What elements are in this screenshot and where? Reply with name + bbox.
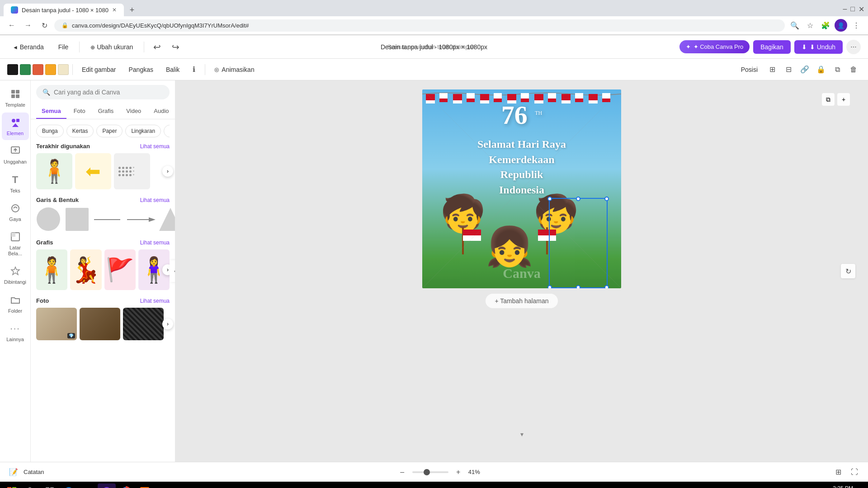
- grafis-item-3[interactable]: 🚩: [104, 249, 136, 290]
- add-element-button[interactable]: +: [837, 93, 850, 106]
- new-tab-button[interactable]: +: [126, 4, 138, 16]
- color-swatch-cream[interactable]: [58, 64, 69, 75]
- beranda-nav[interactable]: ◄ Beranda: [7, 41, 49, 53]
- design-canvas[interactable]: 76 TH Selamat Hari Raya Kemerdekaan Repu…: [422, 89, 621, 288]
- address-bar[interactable]: 🔒 canva.com/design/DAEyUEsKycQ/qbUOfynIg…: [54, 19, 785, 32]
- animasikan-button[interactable]: ◎ Animasikan: [209, 63, 259, 76]
- shape-square[interactable]: [65, 207, 90, 232]
- ubah-ukuran-nav[interactable]: ⊕ Ubah ukuran: [85, 41, 138, 53]
- chip-kertas[interactable]: Kertas: [66, 125, 94, 137]
- sidebar-item-teks[interactable]: T Teks: [2, 170, 29, 197]
- color-swatch-yellow[interactable]: [45, 64, 56, 75]
- minimize-button[interactable]: –: [843, 5, 847, 14]
- shape-circle[interactable]: [36, 207, 61, 232]
- taskbar-time[interactable]: 3:25 PM 12/12/2021: [826, 485, 853, 488]
- search-box[interactable]: 🔍: [36, 85, 170, 99]
- taskbar-chrome-icon[interactable]: [117, 483, 135, 488]
- balik-button[interactable]: Balik: [160, 63, 185, 76]
- recent-item-3[interactable]: [114, 153, 150, 189]
- align-button[interactable]: ⊞: [765, 62, 779, 77]
- sidebar-item-dibintangi[interactable]: Dibintangi: [2, 261, 29, 289]
- add-page-button[interactable]: + Tambah halaman: [486, 294, 557, 308]
- tab-semua[interactable]: Semua: [36, 104, 66, 119]
- sidebar-item-folder[interactable]: Folder: [2, 290, 29, 318]
- file-nav[interactable]: File: [53, 41, 74, 53]
- unduh-button[interactable]: ⬇ ⬇ Unduh: [794, 40, 843, 54]
- panel-collapse-button[interactable]: ‹: [170, 260, 175, 282]
- undo-button[interactable]: ↩: [150, 40, 165, 54]
- grid-button[interactable]: ⊟: [781, 62, 796, 77]
- search-nav-icon[interactable]: 🔍: [788, 19, 801, 32]
- chip-lingkaran[interactable]: Lingkaran: [125, 125, 161, 137]
- sidebar-item-latar[interactable]: Latar Bela...: [2, 227, 29, 260]
- bagikan-button[interactable]: Bagikan: [753, 40, 791, 54]
- delete-button[interactable]: 🗑: [846, 62, 861, 77]
- sidebar-item-unggahan[interactable]: Unggahan: [2, 141, 29, 169]
- taskbar-search-icon[interactable]: [22, 483, 40, 488]
- recent-item-1[interactable]: 🧍: [36, 153, 72, 189]
- sidebar-item-elemen[interactable]: Elemen: [2, 113, 29, 140]
- sidebar-item-template[interactable]: Template: [2, 84, 29, 112]
- tab-audio[interactable]: Audio: [148, 104, 174, 119]
- recent-item-2[interactable]: ⬅: [75, 153, 111, 189]
- notes-icon[interactable]: 📝: [7, 466, 20, 479]
- extensions-icon[interactable]: 🧩: [819, 19, 832, 32]
- taskbar-widgets-icon[interactable]: [41, 483, 59, 488]
- zoom-percentage[interactable]: 41%: [468, 469, 480, 475]
- browser-menu-icon[interactable]: ⋮: [850, 19, 863, 32]
- zoom-slider[interactable]: [412, 471, 448, 473]
- info-button[interactable]: ℹ: [187, 62, 201, 77]
- grafis-link[interactable]: Lihat semua: [140, 239, 170, 246]
- taskbar-canva-icon[interactable]: C: [98, 483, 116, 488]
- edit-gambar-button[interactable]: Edit gambar: [76, 63, 121, 76]
- more-options-button[interactable]: ···: [846, 40, 861, 54]
- posisi-button[interactable]: Posisi: [736, 63, 763, 76]
- lock-button[interactable]: 🔒: [814, 62, 828, 77]
- color-swatch-orange[interactable]: [33, 64, 43, 75]
- foto-item-2[interactable]: [80, 308, 120, 340]
- link-button[interactable]: 🔗: [797, 62, 812, 77]
- foto-item-3[interactable]: [123, 308, 164, 340]
- color-swatch-black[interactable]: [7, 64, 18, 75]
- taskbar-files-icon[interactable]: [79, 483, 97, 488]
- fullscreen-button[interactable]: ⛶: [848, 466, 861, 479]
- foto-next-button[interactable]: ›: [162, 319, 173, 329]
- recently-used-link[interactable]: Lihat semua: [140, 143, 170, 150]
- forward-button[interactable]: →: [22, 19, 34, 32]
- catatan-label[interactable]: Catatan: [24, 469, 44, 475]
- sidebar-item-gaya[interactable]: Gaya: [2, 198, 29, 226]
- maximize-button[interactable]: □: [850, 5, 855, 14]
- bookmark-icon[interactable]: ☆: [804, 19, 816, 32]
- profile-icon[interactable]: 👤: [835, 19, 847, 32]
- foto-item-1[interactable]: 💎: [36, 308, 77, 340]
- chip-paper[interactable]: Paper: [96, 125, 123, 137]
- close-button[interactable]: ✕: [859, 5, 864, 14]
- tab-foto[interactable]: Foto: [68, 104, 91, 119]
- coba-pro-button[interactable]: ✦ ✦ Coba Canva Pro: [679, 40, 750, 53]
- taskbar-paint-icon[interactable]: 🎨: [136, 483, 154, 488]
- color-swatch-green[interactable]: [20, 64, 31, 75]
- copy-page-button[interactable]: ⧉: [822, 93, 835, 106]
- active-tab[interactable]: Desain tanpa judul - 1080 × 1080 ✕: [4, 4, 124, 16]
- shapes-link[interactable]: Lihat semua: [140, 197, 170, 203]
- start-button[interactable]: [4, 483, 20, 488]
- pangkas-button[interactable]: Pangkas: [123, 63, 158, 76]
- zoom-out-button[interactable]: –: [396, 466, 409, 479]
- foto-link[interactable]: Lihat semua: [140, 298, 170, 304]
- tab-grafis[interactable]: Grafis: [93, 104, 119, 119]
- copy-button[interactable]: ⧉: [830, 62, 844, 77]
- right-rotate-icon[interactable]: ↻: [841, 264, 855, 278]
- chip-more[interactable]: Ke...: [164, 125, 170, 137]
- pages-icon[interactable]: ⊞: [832, 466, 844, 479]
- search-input[interactable]: [54, 89, 163, 96]
- tab-close-button[interactable]: ✕: [112, 7, 117, 13]
- shape-triangle[interactable]: [159, 207, 175, 232]
- canvas-area[interactable]: ⧉ +: [175, 80, 868, 462]
- redo-button[interactable]: ↪: [168, 40, 183, 54]
- back-button[interactable]: ←: [5, 19, 18, 32]
- grafis-item-2[interactable]: 💃: [70, 249, 101, 290]
- grafis-item-1[interactable]: 🧍: [36, 249, 67, 290]
- recent-next-button[interactable]: ›: [162, 166, 173, 177]
- chip-bunga[interactable]: Bunga: [36, 125, 64, 137]
- shape-arrow[interactable]: [126, 215, 156, 224]
